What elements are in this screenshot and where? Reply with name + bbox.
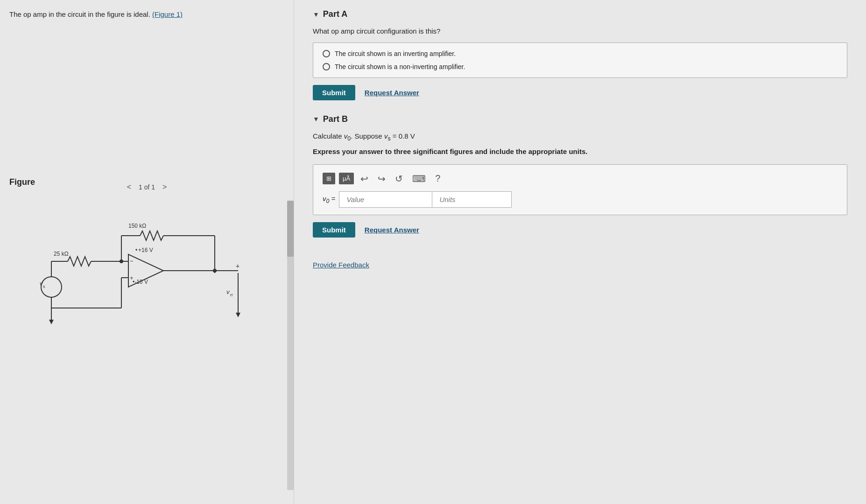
svg-text:150 kΩ: 150 kΩ <box>128 223 146 229</box>
answer-box: ⊞ μÅ ↩ ↪ ↺ ⌨ ? v0 = <box>313 164 847 215</box>
svg-text:+16 V: +16 V <box>138 247 153 253</box>
right-panel: ▼ Part A What op amp circuit configurati… <box>294 0 866 504</box>
option-1-radio[interactable] <box>323 50 330 57</box>
input-row: v0 = <box>323 191 838 208</box>
next-figure-button[interactable]: > <box>160 182 169 192</box>
svg-marker-25 <box>49 320 54 324</box>
part-b-section: ▼ Part B Calculate v0. Suppose vs = 0.8 … <box>313 114 847 238</box>
prev-figure-button[interactable]: < <box>124 182 134 192</box>
scroll-thumb[interactable] <box>287 201 294 257</box>
part-a-title: Part A <box>323 9 347 19</box>
express-text: Express your answer to three significant… <box>313 147 847 157</box>
part-b-request-answer-button[interactable]: Request Answer <box>365 226 419 234</box>
part-b-header: ▼ Part B <box>313 114 847 124</box>
figure-link[interactable]: (Figure 1) <box>152 10 183 18</box>
svg-marker-33 <box>236 313 240 317</box>
option-1-label: The circuit shown is an inverting amplif… <box>335 50 456 57</box>
part-a-header: ▼ Part A <box>313 9 847 19</box>
part-a-question: What op amp circuit configuration is thi… <box>313 26 847 37</box>
value-input[interactable] <box>339 191 432 208</box>
part-b-submit-button[interactable]: Submit <box>313 222 355 238</box>
option-1-row[interactable]: The circuit shown is an inverting amplif… <box>323 50 838 57</box>
option-2-row[interactable]: The circuit shown is a non-inverting amp… <box>323 63 838 70</box>
svg-text:rr: rr <box>230 293 233 297</box>
option-2-label: The circuit shown is a non-inverting amp… <box>335 63 465 70</box>
svg-text:+: + <box>130 274 134 281</box>
option-2-radio[interactable] <box>323 63 330 70</box>
provide-feedback-link[interactable]: Provide Feedback <box>313 261 369 269</box>
left-panel: The op amp in the circuit in the figure … <box>0 0 294 504</box>
svg-text:•: • <box>135 247 137 253</box>
toolbar-mu-button[interactable]: μÅ <box>339 173 354 184</box>
svg-text:+: + <box>236 262 239 270</box>
toolbar-row: ⊞ μÅ ↩ ↪ ↺ ⌨ ? <box>323 172 838 186</box>
circuit-diagram: v s 25 kΩ 150 kΩ <box>14 201 289 490</box>
toolbar-redo-button[interactable]: ↪ <box>375 172 388 186</box>
svg-text:−: − <box>130 258 134 265</box>
toolbar-help-button[interactable]: ? <box>432 172 443 185</box>
figure-counter: 1 of 1 <box>139 183 155 191</box>
options-box: The circuit shown is an inverting amplif… <box>313 42 847 78</box>
figure-label: Figure <box>9 177 35 187</box>
part-a-request-answer-button[interactable]: Request Answer <box>365 89 419 97</box>
svg-text:s: s <box>43 284 45 289</box>
svg-text:v: v <box>226 288 230 295</box>
part-b-title: Part B <box>323 114 348 124</box>
part-b-arrow: ▼ <box>313 115 319 123</box>
scrollbar[interactable] <box>287 201 294 490</box>
svg-text:25 kΩ: 25 kΩ <box>54 251 69 257</box>
svg-text:•-16 V: •-16 V <box>133 279 148 285</box>
part-a-section: ▼ Part A What op amp circuit configurati… <box>313 9 847 100</box>
problem-text: The op amp in the circuit in the figure … <box>9 10 150 18</box>
part-a-actions: Submit Request Answer <box>313 85 847 100</box>
calculate-text: Calculate v0. Suppose vs = 0.8 V <box>313 131 847 143</box>
problem-statement: The op amp in the circuit in the figure … <box>9 9 284 20</box>
vo-label: v0 = <box>323 195 335 204</box>
part-a-arrow: ▼ <box>313 11 319 18</box>
part-b-actions: Submit Request Answer <box>313 222 847 238</box>
figure-nav: < 1 of 1 > <box>124 182 170 192</box>
part-a-submit-button[interactable]: Submit <box>313 85 355 100</box>
toolbar-undo-button[interactable]: ↩ <box>358 172 371 186</box>
toolbar-keyboard-button[interactable]: ⌨ <box>409 172 429 186</box>
toolbar-refresh-button[interactable]: ↺ <box>392 172 406 186</box>
circuit-svg: v s 25 kΩ 150 kΩ <box>14 201 257 331</box>
units-input[interactable] <box>432 191 512 208</box>
toolbar-grid-button[interactable]: ⊞ <box>323 173 335 184</box>
